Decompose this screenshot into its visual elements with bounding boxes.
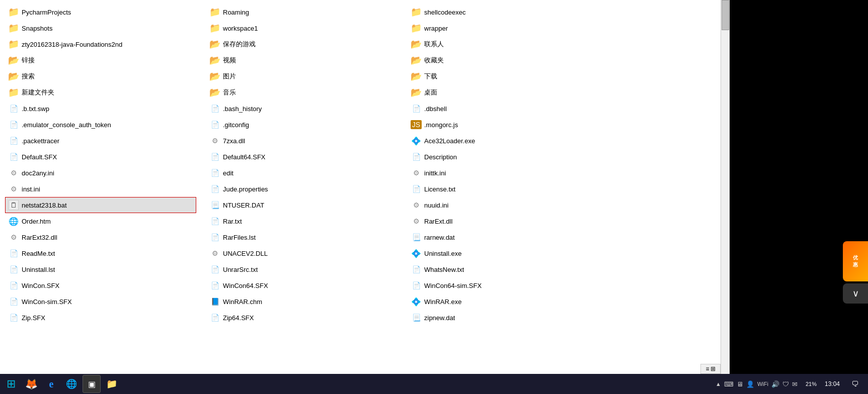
file-item[interactable]: 📄WinCon-sim.SFX (5, 293, 196, 310)
file-item[interactable]: 📂音乐 (206, 84, 398, 101)
file-name-label: Default64.SFX (223, 153, 266, 161)
folder-button[interactable]: 📁 (103, 375, 121, 393)
folder-special-icon: 📂 (210, 55, 220, 65)
file-item[interactable]: 📂锌接 (5, 52, 196, 68)
file-item[interactable]: 📂下载 (408, 68, 599, 84)
grid-view-icon[interactable]: ⊞ (711, 365, 716, 372)
file-item[interactable]: 💠Uninstall.exe (408, 245, 599, 261)
file-item[interactable]: 📄Default.SFX (5, 149, 196, 165)
file-item[interactable]: 📘WinRAR.chm (206, 293, 398, 310)
file-item[interactable]: 📁workspace1 (206, 20, 398, 36)
ie-button[interactable]: e (42, 375, 60, 393)
terminal-button[interactable]: ▣ (83, 375, 101, 393)
file-item[interactable]: 💠WinRAR.exe (408, 293, 599, 310)
file-item[interactable]: ⚙RarExt.dll (408, 213, 599, 229)
file-item[interactable]: ⚙RarExt32.dll (5, 229, 196, 245)
wifi-tray-icon[interactable]: WiFi (757, 381, 768, 387)
dat-icon: 📃 (210, 200, 220, 210)
file-column-2: 📁Roaming📁workspace1📂保存的游戏📂视频📂图片📂音乐📄.bash… (201, 4, 403, 326)
file-item[interactable]: 📄.b.txt.swp (5, 101, 196, 117)
file-item[interactable]: ⚙inittk.ini (408, 165, 599, 181)
file-item[interactable]: JS.mongorc.js (408, 117, 599, 133)
file-item[interactable]: 📃rarnew.dat (408, 229, 599, 245)
security-tray-icon[interactable]: 🛡 (782, 380, 789, 388)
file-item[interactable]: 📂视频 (206, 52, 398, 68)
start-button[interactable]: ⊞ (2, 375, 20, 393)
file-name-label: Zip64.SFX (223, 314, 254, 322)
file-item[interactable]: ⚙nuuid.ini (408, 197, 599, 213)
file-item[interactable]: 📁wrapper (408, 20, 599, 36)
hide-tray-icon[interactable]: ▲ (716, 381, 721, 387)
file-item[interactable]: ⚙doc2any.ini (5, 165, 196, 181)
exe-icon: 💠 (411, 136, 421, 146)
file-item[interactable]: 📃NTUSER.DAT (206, 197, 398, 213)
file-item[interactable]: 📂搜索 (5, 68, 196, 84)
file-item[interactable]: 📃zipnew.dat (408, 310, 599, 326)
file-item[interactable]: 📄.gitconfig (206, 117, 398, 133)
file-item[interactable]: 📄Zip.SFX (5, 310, 196, 326)
file-item[interactable]: 📄Jude.properties (206, 181, 398, 197)
scrollbar[interactable]: ▲ ▼ (721, 0, 730, 394)
file-item[interactable]: 📁Roaming (206, 4, 398, 20)
file-item[interactable]: 📄.dbshell (408, 101, 599, 117)
message-tray-icon[interactable]: ✉ (792, 380, 798, 388)
sfx-icon: 📄 (210, 280, 220, 290)
file-item[interactable]: 🌐Order.htm (5, 213, 196, 229)
user-tray-icon[interactable]: 👤 (746, 380, 754, 388)
file-item[interactable]: 📂桌面 (408, 84, 599, 101)
file-item[interactable]: ⚙7zxa.dll (206, 133, 398, 149)
chm-icon: 📘 (210, 297, 220, 307)
file-item[interactable]: 📄Description (408, 149, 599, 165)
battery-indicator: 21% (804, 381, 819, 387)
notifications-button[interactable]: 🗨 (846, 375, 864, 393)
ini-icon: ⚙ (9, 168, 19, 178)
file-item[interactable]: 📄Rar.txt (206, 213, 398, 229)
scrollbar-thumb[interactable] (722, 0, 729, 30)
file-item[interactable]: 📂图片 (206, 68, 398, 84)
file-item[interactable]: 📄.packettracer (5, 133, 196, 149)
file-item[interactable]: ⚙inst.ini (5, 181, 196, 197)
file-item[interactable]: 📄WinCon64-sim.SFX (408, 277, 599, 293)
file-item[interactable]: 📄WhatsNew.txt (408, 261, 599, 277)
file-name-label: 收藏夹 (424, 56, 444, 65)
file-item[interactable]: 📁PycharmProjects (5, 4, 196, 20)
list-view-icon[interactable]: ≡ (705, 365, 709, 372)
cat-widget-arrow[interactable]: ∨ (843, 283, 868, 304)
file-item[interactable]: 📄WinCon.SFX (5, 277, 196, 293)
file-item[interactable]: 🗒netstat2318.bat (5, 197, 196, 213)
network-tray-icon[interactable]: 🖥 (737, 380, 743, 388)
file-item[interactable]: 📂保存的游戏 (206, 36, 398, 52)
file-name-label: WhatsNew.txt (424, 266, 464, 273)
file-item[interactable]: 📁shellcodeexec (408, 4, 599, 20)
file-item[interactable]: 📁新建文件夹 (5, 84, 196, 101)
file-item[interactable]: 📄Uninstall.lst (5, 261, 196, 277)
file-item[interactable]: 📄RarFiles.lst (206, 229, 398, 245)
file-item[interactable]: ⚙UNACEV2.DLL (206, 245, 398, 261)
firefox-button[interactable]: 🦊 (22, 375, 40, 393)
file-item[interactable]: 📁Snapshots (5, 20, 196, 36)
file-item[interactable]: 📂收藏夹 (408, 52, 599, 68)
file-item[interactable]: 📄UnrarSrc.txt (206, 261, 398, 277)
volume-tray-icon[interactable]: 🔊 (771, 380, 779, 388)
file-item[interactable]: 📄Zip64.SFX (206, 310, 398, 326)
view-mode-icons[interactable]: ≡ ⊞ (700, 364, 721, 374)
file-item[interactable]: 📄.emulator_console_auth_token (5, 117, 196, 133)
file-icon: 📄 (210, 232, 220, 242)
browser-button[interactable]: 🌐 (62, 375, 81, 393)
cat-widget[interactable]: 优 惠 (843, 241, 868, 281)
file-item[interactable]: 📂联系人 (408, 36, 599, 52)
file-item[interactable]: 📄Default64.SFX (206, 149, 398, 165)
keyboard-tray-icon[interactable]: ⌨ (724, 380, 734, 388)
file-item[interactable]: 📄ReadMe.txt (5, 245, 196, 261)
file-item[interactable]: 📄License.txt (408, 181, 599, 197)
file-icon: 📄 (9, 264, 19, 274)
dll-icon: ⚙ (210, 248, 220, 258)
file-item[interactable]: 📄WinCon64.SFX (206, 277, 398, 293)
file-item[interactable]: 📄edit (206, 165, 398, 181)
file-icon: 📄 (411, 152, 421, 162)
file-item[interactable]: 📁zty20162318-java-Foundations2nd (5, 36, 196, 52)
file-name-label: .emulator_console_auth_token (22, 121, 111, 129)
taskbar-left: ⊞ 🦊 e 🌐 ▣ 📁 (0, 375, 121, 393)
file-item[interactable]: 📄.bash_history (206, 101, 398, 117)
file-item[interactable]: 💠Ace32Loader.exe (408, 133, 599, 149)
